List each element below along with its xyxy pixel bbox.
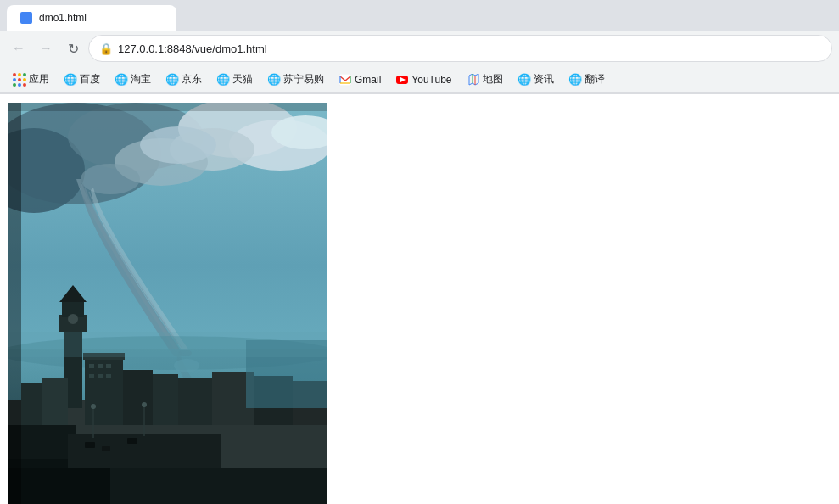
svg-rect-38 <box>21 383 42 425</box>
bookmark-suning-label: 苏宁易购 <box>283 72 324 87</box>
bookmark-ditu-label: 地图 <box>483 72 503 87</box>
bookmark-suning[interactable]: 🌐 苏宁易购 <box>261 70 331 89</box>
translate-icon: 🌐 <box>569 74 581 86</box>
svg-point-13 <box>81 164 140 194</box>
bookmark-apps-label: 应用 <box>29 72 49 87</box>
svg-rect-39 <box>42 378 68 425</box>
tmall-icon: 🌐 <box>217 74 229 86</box>
svg-point-47 <box>91 404 96 409</box>
svg-point-23 <box>68 314 78 324</box>
svg-rect-30 <box>98 374 103 378</box>
bookmark-apps[interactable]: 应用 <box>7 70 56 89</box>
bookmark-youtube-label: YouTube <box>411 74 451 86</box>
bookmark-translate-label: 翻译 <box>585 72 605 87</box>
bookmark-gmail-label: Gmail <box>355 74 381 86</box>
maps-icon <box>467 74 479 86</box>
bookmark-jd-label: 京东 <box>182 72 202 87</box>
jd-icon: 🌐 <box>166 74 178 86</box>
page-content: 请点击 <box>0 94 839 504</box>
bookmark-tmall-label: 天猫 <box>232 72 253 87</box>
svg-rect-54 <box>8 103 327 111</box>
bookmark-baidu-label: 百度 <box>80 72 100 87</box>
svg-point-12 <box>140 126 216 164</box>
svg-rect-31 <box>106 374 111 378</box>
tab-bar: dmo1.html <box>0 0 839 31</box>
bookmark-tmall[interactable]: 🌐 天猫 <box>210 70 260 89</box>
tab-favicon <box>20 12 32 24</box>
svg-rect-44 <box>102 446 110 451</box>
suning-icon: 🌐 <box>268 74 280 86</box>
bookmark-gmail[interactable]: Gmail <box>333 71 388 88</box>
svg-rect-33 <box>153 374 178 425</box>
svg-rect-42 <box>68 434 221 468</box>
bookmark-info-label: 资讯 <box>534 72 554 87</box>
taobao-icon: 🌐 <box>115 74 127 86</box>
tab-title: dmo1.html <box>39 12 87 24</box>
gmail-icon <box>339 74 351 86</box>
bookmarks-bar: 应用 🌐 百度 🌐 淘宝 🌐 京东 🌐 天猫 🌐 苏宁易购 <box>0 66 839 93</box>
bookmark-baidu[interactable]: 🌐 百度 <box>58 70 107 89</box>
svg-point-17 <box>174 359 199 372</box>
lock-icon: 🔒 <box>99 42 113 55</box>
bookmark-ditu[interactable]: 地图 <box>461 70 510 89</box>
tornado-painting <box>8 103 327 504</box>
bookmark-taobao[interactable]: 🌐 淘宝 <box>109 70 158 89</box>
bookmark-info[interactable]: 🌐 资讯 <box>512 70 561 89</box>
image-container <box>8 103 327 504</box>
svg-point-49 <box>142 402 147 407</box>
info-icon: 🌐 <box>518 74 530 86</box>
baidu-icon: 🌐 <box>64 74 76 86</box>
svg-rect-29 <box>89 374 94 378</box>
back-button[interactable]: ← <box>7 36 31 60</box>
svg-rect-52 <box>8 468 327 504</box>
svg-rect-45 <box>127 438 137 444</box>
svg-rect-27 <box>98 364 103 368</box>
svg-rect-53 <box>8 103 21 504</box>
svg-rect-32 <box>123 370 153 425</box>
svg-rect-26 <box>89 364 94 368</box>
youtube-icon <box>396 74 408 86</box>
browser-chrome: dmo1.html ← → ↻ 🔒 127.0.0.1:8848/vue/dmo… <box>0 0 839 94</box>
apps-icon <box>14 74 25 86</box>
navigation-bar: ← → ↻ 🔒 127.0.0.1:8848/vue/dmo1.html <box>0 31 839 66</box>
bookmark-taobao-label: 淘宝 <box>131 72 151 87</box>
svg-rect-28 <box>106 364 111 368</box>
svg-rect-34 <box>178 378 212 425</box>
bookmark-jd[interactable]: 🌐 京东 <box>159 70 209 89</box>
svg-rect-51 <box>8 332 327 357</box>
url-text: 127.0.0.1:8848/vue/dmo1.html <box>118 42 821 55</box>
bookmark-youtube[interactable]: YouTube <box>389 71 458 88</box>
bookmark-translate[interactable]: 🌐 翻译 <box>562 70 612 89</box>
refresh-button[interactable]: ↻ <box>61 36 85 60</box>
active-tab[interactable]: dmo1.html <box>7 5 176 31</box>
address-bar[interactable]: 🔒 127.0.0.1:8848/vue/dmo1.html <box>88 35 832 62</box>
forward-button[interactable]: → <box>34 36 58 60</box>
svg-rect-43 <box>85 442 95 448</box>
